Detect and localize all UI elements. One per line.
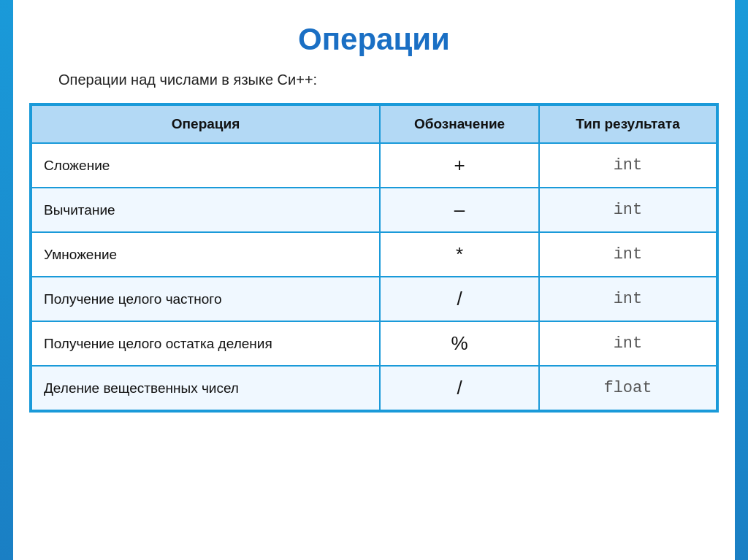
header-operation: Операция: [31, 105, 380, 143]
operation-symbol: *: [380, 232, 539, 277]
operation-symbol: /: [380, 366, 539, 410]
table-row: Умножение * int: [31, 232, 717, 277]
operation-symbol: %: [380, 321, 539, 366]
left-decorative-bar: [0, 0, 13, 560]
result-type: int: [539, 143, 717, 188]
table-row: Получение целого остатка деления % int: [31, 321, 717, 366]
result-type: int: [539, 188, 717, 232]
result-type: int: [539, 277, 717, 321]
operation-name: Получение целого остатка деления: [31, 321, 380, 366]
header-result-type: Тип результата: [539, 105, 717, 143]
operations-table-wrapper: Операция Обозначение Тип результата Слож…: [29, 103, 719, 413]
operation-name: Умножение: [31, 232, 380, 277]
result-type: float: [539, 366, 717, 410]
operation-name: Получение целого частного: [31, 277, 380, 321]
header-row: Операция Обозначение Тип результата: [31, 105, 717, 143]
result-type: int: [539, 321, 717, 366]
header-symbol: Обозначение: [380, 105, 539, 143]
table-row: Деление вещественных чисел / float: [31, 366, 717, 410]
page-subtitle: Операции над числами в языке Си++:: [58, 72, 317, 88]
operation-symbol: /: [380, 277, 539, 321]
table-row: Получение целого частного / int: [31, 277, 717, 321]
operation-name: Вычитание: [31, 188, 380, 232]
operation-symbol: –: [380, 188, 539, 232]
table-row: Вычитание – int: [31, 188, 717, 232]
operation-symbol: +: [380, 143, 539, 188]
right-decorative-bar: [735, 0, 748, 560]
operation-name: Сложение: [31, 143, 380, 188]
operations-table: Операция Обозначение Тип результата Слож…: [31, 104, 717, 411]
table-header: Операция Обозначение Тип результата: [31, 105, 717, 143]
page-title: Операции: [298, 22, 450, 57]
operation-name: Деление вещественных чисел: [31, 366, 380, 410]
table-row: Сложение + int: [31, 143, 717, 188]
result-type: int: [539, 232, 717, 277]
table-body: Сложение + int Вычитание – int Умножение…: [31, 143, 717, 410]
